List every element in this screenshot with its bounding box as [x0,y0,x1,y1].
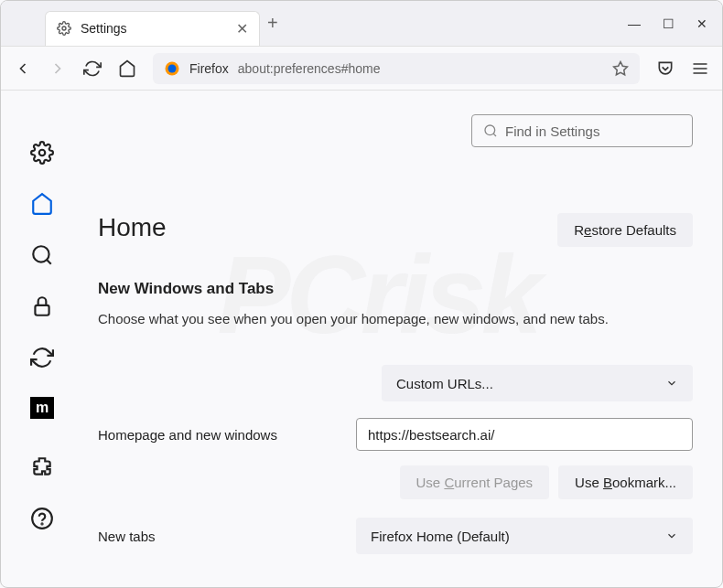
homepage-label: Homepage and new windows [98,427,345,443]
homepage-mode-dropdown[interactable]: Custom URLs... [382,365,693,401]
forward-button[interactable] [49,59,67,78]
svg-line-13 [493,134,496,136]
sidebar-sync-icon[interactable] [30,346,54,369]
close-window-button[interactable]: ✕ [696,16,707,31]
toolbar: Firefox about:preferences#home [1,47,722,91]
svg-point-12 [485,125,495,135]
tab-title: Settings [81,21,227,36]
dropdown-value: Firefox Home (Default) [371,529,510,544]
find-settings-input[interactable]: Find in Settings [471,114,693,147]
restore-defaults-button[interactable]: Restore Defaults [557,213,693,247]
maximize-button[interactable]: ☐ [663,16,674,31]
gear-icon [57,21,71,36]
use-bookmark-button[interactable]: Use Bookmark... [558,465,693,499]
svg-line-8 [47,260,51,264]
newtabs-dropdown[interactable]: Firefox Home (Default) [356,518,693,554]
section-description: Choose what you see when you open your h… [98,309,693,328]
sidebar-search-icon[interactable] [30,243,54,267]
svg-point-0 [62,27,66,30]
menu-button[interactable] [691,59,709,78]
svg-point-11 [41,523,42,524]
homepage-url-input[interactable] [356,418,693,451]
search-placeholder: Find in Settings [505,123,599,139]
bookmark-star-icon[interactable] [612,60,629,77]
sidebar-extensions-icon[interactable] [30,455,54,479]
sidebar-privacy-icon[interactable] [30,294,54,318]
minimize-button[interactable]: — [628,16,641,31]
svg-point-7 [33,246,49,262]
new-tab-button[interactable]: + [267,13,278,34]
sidebar-mozilla-icon[interactable]: m [30,397,54,419]
newtabs-label: New tabs [98,529,345,544]
dropdown-value: Custom URLs... [396,376,493,391]
sidebar: m [1,91,83,587]
use-current-pages-button[interactable]: Use Current Pages [400,465,550,499]
reload-button[interactable] [83,59,102,78]
back-button[interactable] [14,59,32,78]
titlebar: Settings ✕ + — ☐ ✕ [1,1,722,47]
search-icon [483,123,498,138]
close-icon[interactable]: ✕ [236,20,248,37]
url-text: about:preferences#home [238,61,381,76]
browser-tab[interactable]: Settings ✕ [45,11,260,46]
chevron-down-icon [665,377,678,390]
svg-point-6 [39,150,46,156]
main-content: Find in Settings Restore Defaults Home N… [83,91,722,587]
home-button[interactable] [118,59,136,78]
sidebar-help-icon[interactable] [30,507,54,530]
svg-point-2 [168,64,177,72]
chevron-down-icon [665,529,678,542]
url-identity: Firefox [189,61,229,76]
svg-rect-9 [35,305,49,315]
pocket-button[interactable] [656,59,674,78]
url-bar[interactable]: Firefox about:preferences#home [153,53,640,84]
firefox-icon [164,60,180,77]
section-new-windows-tabs: New Windows and Tabs [98,280,693,298]
sidebar-general-icon[interactable] [30,141,54,165]
sidebar-home-icon[interactable] [30,192,54,216]
